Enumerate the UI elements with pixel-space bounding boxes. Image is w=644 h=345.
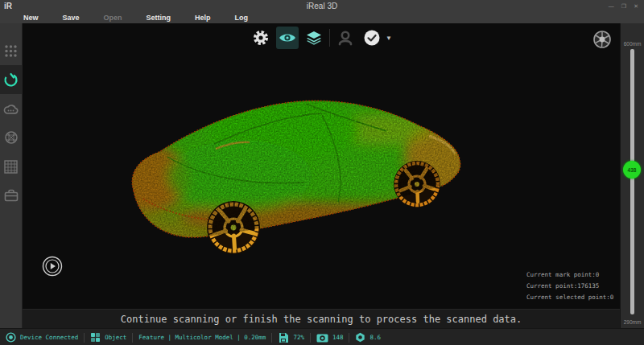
sidebar-item-texture-grid[interactable] <box>0 152 23 181</box>
stat-selected-point: Current selected point:0 <box>526 294 613 301</box>
viewport-toolbar: ▼ <box>250 27 392 49</box>
toolbar-divider <box>329 29 330 47</box>
ireal3d-window: iR iReal 3D — ❐ ✕ New Save Open Setting … <box>0 0 644 345</box>
storage-percent: 72% <box>293 334 304 341</box>
device-status-label: Device Connected <box>20 334 78 341</box>
scan-mode-group[interactable]: Object <box>85 332 132 343</box>
visibility-eye-button[interactable] <box>276 27 299 49</box>
distance-slider-panel: 600mm 438 290mm <box>620 23 644 328</box>
window-title: iReal 3D <box>0 2 644 10</box>
menu-help[interactable]: Help <box>183 12 223 23</box>
scan-settings-label: Feature | Multicolor Model | 0.20mm <box>138 334 266 341</box>
frame-count-group: 148 <box>311 333 349 343</box>
scan-stats: Current mark point:0 Current point:17613… <box>526 271 613 301</box>
eye-icon <box>278 31 297 44</box>
briefcase-icon <box>4 189 19 202</box>
disk-icon <box>278 332 289 343</box>
sidebar-item-scan-mode[interactable] <box>0 65 23 94</box>
scan-settings-group: Feature | Multicolor Model | 0.20mm <box>133 334 271 341</box>
avatar-button[interactable] <box>334 27 357 49</box>
frame-count: 148 <box>332 334 344 341</box>
camera-icon <box>316 333 328 343</box>
distance-slider-track[interactable] <box>630 49 634 314</box>
slider-value: 438 <box>628 167 637 173</box>
layers-icon <box>305 31 323 45</box>
settings-gear-button[interactable] <box>250 27 272 49</box>
scanned-car-pointcloud <box>119 80 465 265</box>
confirm-check-button[interactable] <box>361 27 383 49</box>
avatar-person-icon <box>337 30 353 46</box>
sidebar-item-mesh-model[interactable] <box>0 123 23 152</box>
stat-current-point: Current point:176135 <box>526 282 613 290</box>
menu-save[interactable]: Save <box>51 12 92 23</box>
fps-hex-icon <box>355 332 365 343</box>
gear-icon <box>252 29 270 47</box>
menu-log[interactable]: Log <box>223 12 261 23</box>
scan-mode-label: Object <box>105 334 126 341</box>
replay-play-button[interactable] <box>42 256 63 280</box>
apps-grid-icon <box>4 44 18 58</box>
sidebar-item-apps-grid[interactable] <box>0 36 23 65</box>
sidebar-item-project-toolbox[interactable] <box>0 181 23 210</box>
aperture-icon <box>592 30 612 49</box>
device-status-group: Device Connected <box>0 332 84 343</box>
frame-rate-group: 8.6 <box>349 332 386 343</box>
slider-max-label: 600mm <box>621 41 644 47</box>
capture-aperture-button[interactable] <box>592 30 612 52</box>
check-circle-icon <box>363 29 381 47</box>
titlebar: iR iReal 3D — ❐ ✕ <box>0 0 644 12</box>
statusbar: Device Connected Object Feature | Multic… <box>0 328 644 345</box>
stat-mark-point: Current mark point:0 <box>526 271 613 278</box>
slider-min-label: 290mm <box>621 319 644 325</box>
device-status-icon <box>6 332 16 343</box>
hint-message: Continue scanning or finish the scanning… <box>121 314 522 325</box>
model-icon <box>90 332 101 343</box>
distance-slider-handle[interactable]: 438 <box>623 161 641 179</box>
play-icon <box>42 256 63 277</box>
menubar: New Save Open Setting Help Log <box>0 12 644 23</box>
mesh-sphere-icon <box>4 130 19 145</box>
chevron-down-icon[interactable]: ▼ <box>386 35 392 42</box>
scan-viewport[interactable]: ▼ <box>23 23 620 309</box>
menu-setting[interactable]: Setting <box>134 12 184 23</box>
frame-rate: 8.6 <box>369 334 381 341</box>
cloud-icon <box>3 103 19 115</box>
menu-new[interactable]: New <box>11 12 51 23</box>
storage-group: 72% <box>272 332 310 343</box>
left-sidebar <box>0 23 23 328</box>
layers-button[interactable] <box>303 27 325 49</box>
hint-message-bar: Continue scanning or finish the scanning… <box>23 309 620 328</box>
sidebar-item-cloud-process[interactable] <box>0 94 23 123</box>
scan-power-icon <box>3 72 19 88</box>
menu-open: Open <box>92 12 134 23</box>
grid-icon <box>4 160 18 174</box>
